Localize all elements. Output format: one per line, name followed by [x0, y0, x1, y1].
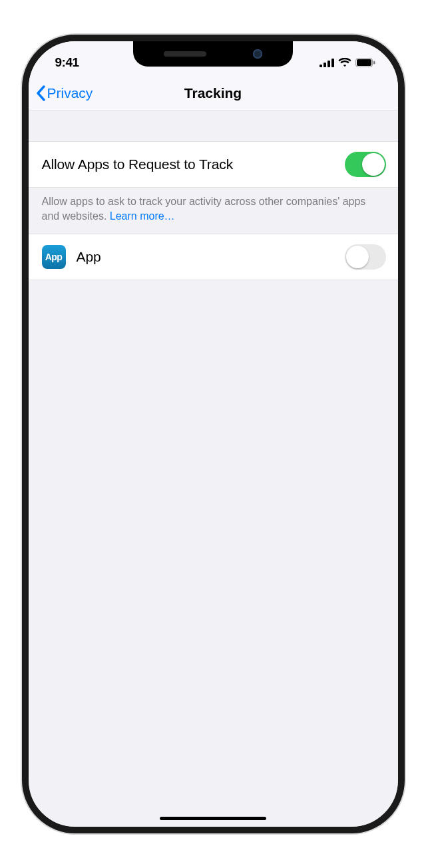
app-name-label: App: [77, 249, 345, 265]
content: Allow Apps to Request to Track Allow app…: [29, 110, 398, 827]
wifi-icon: [338, 58, 351, 67]
cellular-icon: [320, 59, 334, 67]
svg-rect-3: [331, 59, 334, 67]
front-camera: [253, 49, 262, 59]
home-indicator[interactable]: [160, 817, 266, 820]
screen: 9:41 Privacy Tracking Allow Apps to Requ…: [29, 41, 398, 827]
app-row: AppApp: [29, 234, 398, 280]
app-icon: App: [42, 245, 66, 269]
learn-more-link[interactable]: Learn more…: [110, 210, 175, 222]
status-icons: [320, 58, 375, 67]
allow-apps-switch[interactable]: [345, 152, 386, 177]
speaker: [164, 51, 206, 57]
svg-rect-5: [357, 59, 371, 66]
battery-icon: [355, 58, 375, 67]
allow-apps-footer: Allow apps to ask to track your activity…: [29, 188, 398, 234]
nav-bar: Privacy Tracking: [29, 76, 398, 110]
allow-apps-row: Allow Apps to Request to Track: [29, 141, 398, 188]
svg-rect-2: [327, 61, 330, 67]
svg-rect-6: [373, 61, 375, 65]
notch: [133, 41, 293, 67]
allow-apps-footer-text: Allow apps to ask to track your activity…: [42, 196, 366, 222]
svg-rect-1: [323, 63, 326, 67]
status-time: 9:41: [55, 55, 79, 70]
device-frame: 9:41 Privacy Tracking Allow Apps to Requ…: [22, 35, 405, 833]
page-title: Tracking: [29, 85, 398, 101]
allow-apps-label: Allow Apps to Request to Track: [42, 156, 345, 172]
svg-rect-0: [320, 65, 322, 67]
apps-list: AppApp: [29, 234, 398, 280]
app-switch[interactable]: [345, 244, 386, 270]
